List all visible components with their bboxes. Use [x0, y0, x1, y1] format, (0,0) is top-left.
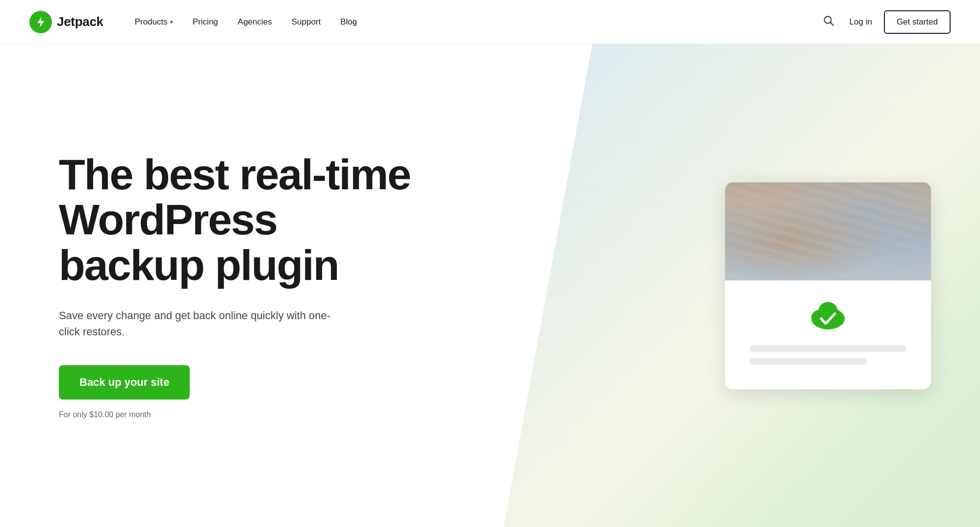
logo[interactable]: Jetpack — [29, 11, 103, 33]
nav-item-pricing[interactable]: Pricing — [185, 12, 226, 32]
svg-line-2 — [830, 23, 833, 26]
nav-item-agencies[interactable]: Agencies — [230, 12, 280, 32]
get-started-button[interactable]: Get started — [884, 10, 951, 34]
nav-item-products[interactable]: Products ▾ — [127, 12, 181, 32]
products-dropdown-arrow: ▾ — [170, 19, 173, 25]
logo-icon — [29, 11, 52, 33]
cloud-check-wrapper — [808, 300, 848, 331]
main-nav: Products ▾ Pricing Agencies Support Blog — [127, 12, 365, 32]
search-button[interactable] — [819, 11, 838, 32]
logo-text: Jetpack — [57, 14, 103, 29]
cloud-success-icon — [808, 300, 848, 331]
skeleton-line-1 — [750, 345, 906, 352]
header-right: Log in Get started — [819, 10, 951, 34]
card-body — [725, 280, 931, 389]
nav-item-blog[interactable]: Blog — [332, 12, 365, 32]
hero-subtitle: Save every change and get back online qu… — [59, 307, 333, 340]
card-hero-image — [725, 182, 931, 280]
backup-card — [725, 182, 931, 389]
backup-cta-button[interactable]: Back up your site — [59, 365, 190, 400]
card-skeleton-lines — [745, 345, 911, 365]
site-header: Jetpack Products ▾ Pricing Agencies Supp… — [0, 0, 980, 44]
header-left: Jetpack Products ▾ Pricing Agencies Supp… — [29, 11, 365, 33]
nav-item-support[interactable]: Support — [284, 12, 329, 32]
price-note: For only $10.00 per month — [59, 410, 412, 419]
hero-image-area — [725, 182, 931, 389]
hero-section: The best real-time WordPress backup plug… — [0, 44, 980, 527]
jetpack-bolt-icon — [34, 16, 47, 28]
skeleton-line-2 — [750, 358, 867, 365]
login-link[interactable]: Log in — [850, 17, 872, 27]
svg-marker-0 — [37, 17, 44, 27]
hero-title: The best real-time WordPress backup plug… — [59, 152, 412, 288]
hero-content: The best real-time WordPress backup plug… — [0, 113, 471, 458]
search-icon — [823, 15, 834, 26]
